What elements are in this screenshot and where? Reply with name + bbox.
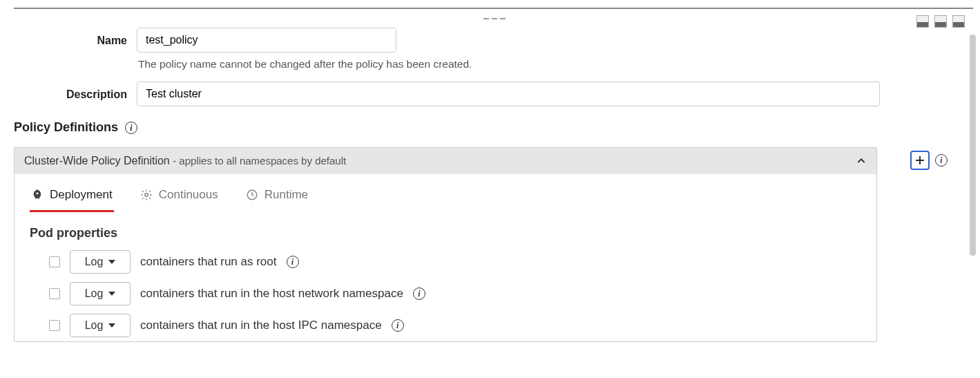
info-icon[interactable]: i: [287, 256, 299, 268]
plus-icon: [914, 154, 926, 167]
svg-point-0: [144, 193, 148, 197]
name-label: Name: [14, 28, 137, 47]
description-input[interactable]: [137, 82, 880, 106]
info-icon[interactable]: i: [413, 287, 425, 300]
property-checkbox[interactable]: [49, 256, 60, 267]
policy-definitions-title: Policy Definitions: [14, 120, 118, 135]
tab-continuous[interactable]: Continuous: [139, 184, 220, 212]
window-restore-icon[interactable]: [934, 15, 947, 28]
pod-properties-title: Pod properties: [15, 212, 876, 246]
gear-outline-icon: [140, 189, 153, 201]
action-select[interactable]: Log: [70, 250, 131, 274]
cluster-wide-definition-panel: Cluster-Wide Policy Definition - applies…: [14, 147, 877, 342]
property-text: containers that run in the host IPC name…: [140, 319, 382, 332]
window-controls: [916, 15, 965, 28]
property-checkbox[interactable]: [49, 288, 60, 299]
description-label: Description: [14, 82, 137, 101]
add-definition-controls: i: [910, 147, 948, 170]
action-select[interactable]: Log: [70, 282, 131, 305]
property-row: Log containers that run in the host netw…: [15, 278, 876, 310]
tab-label: Deployment: [50, 188, 113, 202]
add-definition-button[interactable]: [910, 151, 930, 170]
vertical-scrollbar[interactable]: [970, 35, 976, 256]
rocket-icon: [31, 189, 44, 201]
definition-tabs: Deployment Continuous Runtime: [15, 174, 876, 212]
tab-label: Continuous: [159, 188, 218, 202]
property-checkbox[interactable]: [49, 320, 60, 331]
caret-down-icon: [108, 323, 115, 328]
action-select[interactable]: Log: [70, 314, 131, 337]
tab-label: Runtime: [265, 188, 308, 202]
definition-header[interactable]: Cluster-Wide Policy Definition - applies…: [15, 148, 876, 174]
info-icon[interactable]: i: [392, 319, 404, 332]
tab-deployment[interactable]: Deployment: [30, 184, 114, 212]
clock-icon: [246, 189, 258, 201]
property-row: Log containers that run in the host IPC …: [15, 310, 876, 341]
action-select-label: Log: [85, 256, 104, 268]
tab-runtime[interactable]: Runtime: [244, 184, 309, 212]
definition-subtitle: - applies to all namespaces by default: [173, 155, 346, 167]
info-icon[interactable]: i: [935, 154, 948, 167]
info-icon[interactable]: i: [125, 122, 137, 134]
definition-title: Cluster-Wide Policy Definition: [24, 155, 170, 167]
property-text: containers that run in the host network …: [140, 287, 403, 301]
action-select-label: Log: [85, 319, 104, 332]
caret-down-icon: [108, 292, 115, 296]
window-close-icon[interactable]: [952, 15, 965, 28]
property-text: containers that run as root: [140, 255, 277, 269]
property-row: Log containers that run as root i: [15, 246, 876, 278]
top-divider: [14, 8, 973, 9]
chevron-up-icon[interactable]: [856, 155, 867, 167]
action-select-label: Log: [85, 287, 104, 300]
window-minimize-icon[interactable]: [916, 15, 929, 28]
drag-handle[interactable]: [483, 18, 506, 19]
name-input[interactable]: [137, 28, 396, 53]
caret-down-icon: [108, 260, 115, 264]
name-helper-text: The policy name cannot be changed after …: [138, 58, 961, 70]
